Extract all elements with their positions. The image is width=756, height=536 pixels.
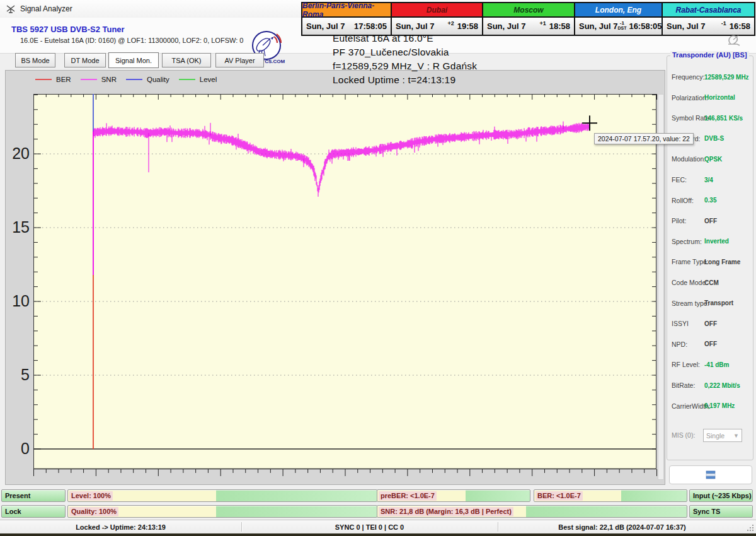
meter-label: Quality: 100% [69,507,118,516]
stream-list-button[interactable] [669,465,752,484]
y-tick-label-0: 0 [21,440,30,458]
meter-quality-100: Quality: 100% [67,505,377,518]
transponder-row-stream-type: Stream type:Transport [667,297,753,310]
clock-time-value: 16:58:05 [629,21,662,31]
overlay-line-1: Eutelsat 16A at 16.0°E [333,32,477,45]
transponder-label: Frequency: [672,73,705,81]
legend-item-snr: SNR [81,76,117,83]
transponder-row-pilot: Pilot:OFF [667,214,753,227]
legend-line-swatch [126,79,142,80]
clock-date: Sun, Jul 7 [579,21,617,31]
tab-av-player[interactable]: AV Player [215,53,264,67]
legend-label: BER [56,76,71,83]
meter-label: Level: 100% [69,491,113,501]
clock-date: Sun, Jul 7 [396,21,434,31]
clock-date: Sun, Jul 7 [667,21,705,31]
clock-utc-offset: -1DST [617,21,626,30]
legend-line-swatch [179,79,195,80]
statusbar: Locked -> Uptime: 24:13:19SYNC 0 | TEI 0… [0,520,756,533]
transponder-row-bitrate: BitRate:0,222 Mbit/s [667,379,753,392]
world-clock-moscow: MoscowSun, Jul 7+118:58 [483,3,575,35]
transponder-label: Polarization: [672,94,708,102]
transponder-label: Spectrum: [672,238,702,245]
tab-bs-mode[interactable]: BS Mode [15,53,55,67]
meter-level-100: Level: 100% [67,489,377,502]
transponder-value: 0,222 Mbit/s [704,382,740,389]
world-clock-london-eng: London, EngSun, Jul 7-1DST16:58:05 [575,3,663,35]
chevron-down-icon: ▼ [733,433,739,439]
statusbar-divider [241,522,242,532]
statusbar-section-2: SYNC 0 | TEI 0 | CC 0 [241,520,498,533]
transponder-label: Modulation: [672,155,706,163]
mis-value: Single [706,432,724,440]
y-tick-label-15: 15 [12,218,30,236]
tab-dt-mode[interactable]: DT Mode [64,53,106,67]
clock-city-label: Dubai [392,3,482,18]
clock-city-label: Rabat-Casablanca [663,3,754,18]
legend-line-swatch [81,79,97,80]
overlay-line-3: f=12589,529 MHz_V : R Gdańsk [333,59,477,73]
tuner-details: 16.0E - Eutelsat 16A (ID: 0160) @ LOF1: … [20,37,243,44]
clock-city-label: London, Eng [575,3,662,18]
clock-time-value: 17:58:05 [354,21,387,31]
transponder-row-carrierwidth: CarrierWidth:0,197 MHz [667,400,753,412]
transponder-row-frame-type: Frame Type:Long Frame [667,255,753,268]
meter-label: SNR: 21,8 dB (Margin: 16,3 dB | Perfect) [379,507,513,516]
clock-city-label: Berlin-Paris-Vienna-Roma [302,3,391,18]
legend-item-level: Level [179,76,217,83]
world-clock-rabat-casablanca: Rabat-CasablancaSun, Jul 7-116:58 [663,3,754,35]
transponder-label: Code Mode: [672,279,707,286]
transponder-label: Frame Type: [672,258,709,265]
clock-utc-offset: +1 [539,20,546,26]
legend-label: SNR [101,76,117,83]
transponder-value: Transport [704,300,733,306]
annotation-overlay: Eutelsat 16A at 16.0°EPF 370_Lučenec/Slo… [333,32,477,87]
tab-signal-mon[interactable]: Signal Mon. [108,52,159,68]
world-clocks: Berlin-Paris-Vienna-RomaSun, Jul 717:58:… [301,2,755,36]
clock-time-value: 19:58 [457,21,478,31]
world-clock-berlin-paris-vienna-roma: Berlin-Paris-Vienna-RomaSun, Jul 717:58:… [302,3,392,35]
meter-snr-21-8-db-margin-16-3-db-perfect: SNR: 21,8 dB (Margin: 16,3 dB | Perfect) [377,505,687,518]
y-tick-label-20: 20 [12,144,30,163]
clock-time-display: Sun, Jul 7+118:58 [483,18,574,35]
transponder-row-npd: NPD:OFF [667,338,753,351]
transponder-row-rf-level: RF Level:-41 dBm [667,358,753,371]
window-title: Signal Analyzer [20,4,72,13]
transponder-value: OFF [704,341,717,347]
transponder-row-symbol-rate: Symbol Rate:146,851 KS/s [667,112,753,124]
clock-time-value: 18:58 [549,21,570,31]
transponder-value: 0.35 [704,197,716,204]
transponder-value: OFF [704,320,717,327]
transponder-value: -41 dBm [704,361,729,368]
clock-utc-offset: -1 [721,20,726,26]
clock-date: Sun, Jul 7 [487,21,525,31]
overlay-line-2: PF 370_Lučenec/Slovakia [333,45,477,59]
y-axis-labels: 05101520 [6,71,30,484]
mis-label: MIS (0): [672,431,695,439]
mis-select[interactable]: Single ▼ [703,429,742,442]
transponder-label: BitRate: [672,382,695,389]
chart-legend: BERSNRQualityLevel [35,76,226,83]
world-clock-dubai: DubaiSun, Jul 7+219:58 [392,3,483,35]
y-tick-label-5: 5 [21,366,30,384]
statusbar-section-1: Locked -> Uptime: 24:13:19 [0,520,241,533]
indicator-present: Present [1,489,66,502]
tab-tsa-ok[interactable]: TSA (OK) [162,53,211,67]
chart-scrollbar[interactable] [658,94,664,480]
satellite-dish-icon [724,33,742,47]
transponder-label: NPD: [672,341,687,348]
transponder-label: Stream type: [672,300,709,307]
transponder-label: RollOff: [672,197,694,204]
resize-grip [747,524,754,532]
transponder-value: DVB-S [704,135,724,142]
transponder-value: QPSK [704,156,722,163]
clock-time-display: Sun, Jul 7-116:58 [663,18,754,35]
transponder-value: 12589,529 MHz [704,74,749,81]
overlay-line-4: Locked Uptime : t=24:13:19 [333,73,477,87]
transponder-row-fec: FEC:3/4 [667,173,753,186]
indicator-sync-ts: Sync TS [689,505,753,518]
meter-label: preBER: <1.0E-7 [379,491,437,501]
transponder-value: OFF [704,218,717,224]
transponder-row-modulation: Modulation:QPSK [667,153,753,165]
dish-antenna-app-icon [5,3,16,15]
